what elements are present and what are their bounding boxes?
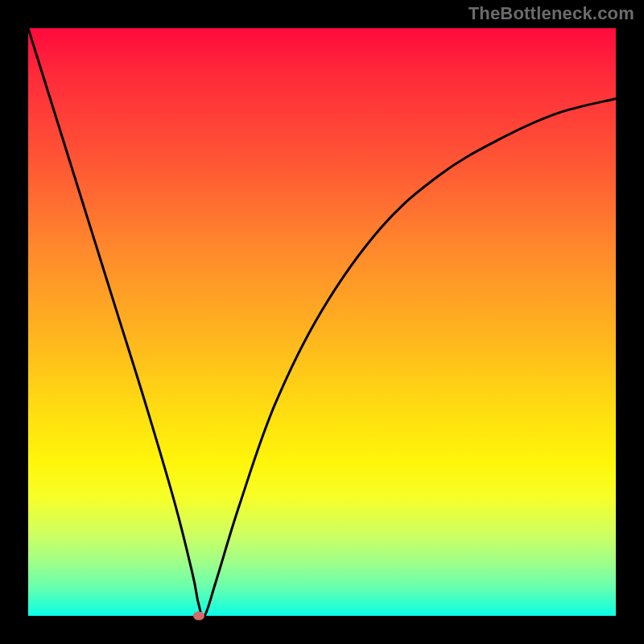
curve-path	[28, 28, 616, 617]
stage: TheBottleneck.com	[0, 0, 644, 644]
watermark-text: TheBottleneck.com	[469, 5, 634, 23]
plot-area	[28, 28, 616, 616]
optimum-marker	[193, 612, 204, 621]
bottleneck-curve	[28, 28, 616, 616]
